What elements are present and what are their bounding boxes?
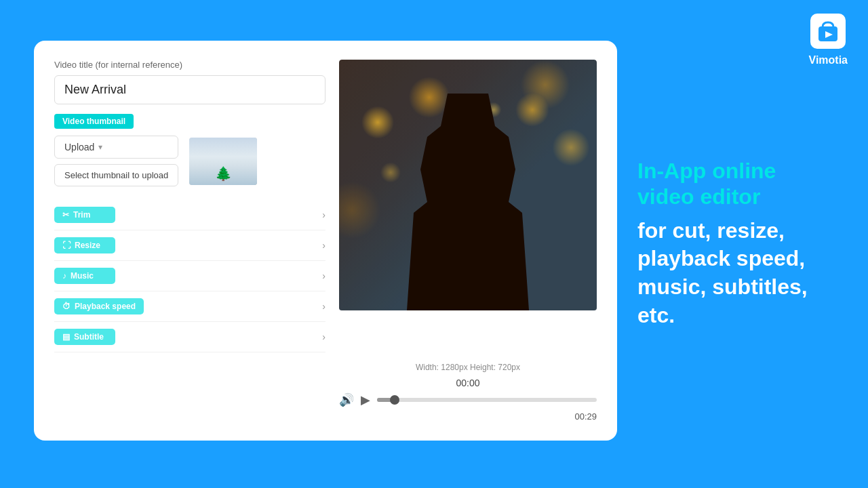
playback-speed-chevron-icon: › xyxy=(322,301,326,312)
progress-bar[interactable] xyxy=(377,398,597,402)
subtitle-label: Subtitle xyxy=(74,332,104,342)
promo-body: for cut, resize, playback speed, music, … xyxy=(637,217,834,329)
subtitle-chevron-icon: › xyxy=(322,331,326,342)
playback-speed-icon: ⏱ xyxy=(62,302,71,311)
resize-icon: ⛶ xyxy=(62,241,71,250)
tool-list: ✂ Trim › ⛶ Resize › ♪ xyxy=(54,200,326,352)
vimotia-bag-icon xyxy=(810,14,846,49)
promo-headline-highlight: In-App online video editor xyxy=(637,159,776,209)
music-label: Music xyxy=(71,271,94,281)
left-panel: Video title (for internal reference) Vid… xyxy=(54,60,326,422)
progress-thumb xyxy=(390,395,399,405)
resize-chevron-icon: › xyxy=(322,240,326,251)
main-card: Video title (for internal reference) Vid… xyxy=(34,41,617,441)
video-controls: 00:00 🔊 ▶ 00:29 xyxy=(339,378,597,422)
duration-row: 00:29 xyxy=(339,411,597,422)
video-container xyxy=(339,60,597,359)
tool-item-resize[interactable]: ⛶ Resize › xyxy=(54,230,326,261)
trim-chevron-icon: › xyxy=(322,209,326,220)
music-badge: ♪ Music xyxy=(54,268,115,284)
thumbnail-preview xyxy=(189,138,257,185)
video-title-input[interactable] xyxy=(54,75,326,104)
trim-icon: ✂ xyxy=(62,210,69,220)
video-thumbnail-badge: Video thumbnail xyxy=(54,114,134,129)
trim-badge: ✂ Trim xyxy=(54,207,115,223)
video-overlay xyxy=(339,60,597,310)
trim-label: Trim xyxy=(73,210,90,220)
resize-label: Resize xyxy=(75,241,100,250)
total-duration-display: 00:29 xyxy=(574,411,597,422)
playback-speed-badge: ⏱ Playback speed xyxy=(54,298,144,314)
dropdown-chevron-icon: ▾ xyxy=(98,142,102,152)
tool-item-subtitle[interactable]: ▤ Subtitle › xyxy=(54,322,326,352)
video-frame xyxy=(339,60,597,310)
subtitle-icon: ▤ xyxy=(62,332,70,342)
play-button[interactable]: ▶ xyxy=(361,392,370,407)
tool-item-music[interactable]: ♪ Music › xyxy=(54,261,326,291)
music-icon: ♪ xyxy=(62,271,66,281)
music-chevron-icon: › xyxy=(322,270,326,281)
video-dimensions: Width: 1280px Height: 720px xyxy=(339,363,597,372)
vimotia-label: Vimotia xyxy=(809,54,848,66)
title-field-label: Video title (for internal reference) xyxy=(54,60,326,70)
right-panel: Width: 1280px Height: 720px 00:00 🔊 ▶ 00… xyxy=(339,60,597,422)
thumbnail-row: Upload ▾ Select thumbnail to upload xyxy=(54,136,326,186)
resize-badge: ⛶ Resize xyxy=(54,237,115,253)
subtitle-badge: ▤ Subtitle xyxy=(54,329,115,345)
upload-dropdown[interactable]: Upload ▾ xyxy=(54,136,178,159)
volume-icon: 🔊 xyxy=(339,392,354,407)
select-thumbnail-button[interactable]: Select thumbnail to upload xyxy=(54,164,178,186)
tool-item-playback-speed[interactable]: ⏱ Playback speed › xyxy=(54,291,326,322)
controls-row: 🔊 ▶ xyxy=(339,392,597,407)
play-icon: ▶ xyxy=(361,392,370,407)
thumbnail-preview-image xyxy=(189,138,257,185)
tool-item-trim[interactable]: ✂ Trim › xyxy=(54,200,326,230)
upload-dropdown-label: Upload xyxy=(64,142,94,152)
playback-speed-label: Playback speed xyxy=(75,302,136,311)
current-time-display: 00:00 xyxy=(339,378,597,388)
volume-button[interactable]: 🔊 xyxy=(339,392,354,407)
vimotia-logo: Vimotia xyxy=(809,14,848,66)
promo-section: In-App online video editor for cut, resi… xyxy=(637,158,834,329)
